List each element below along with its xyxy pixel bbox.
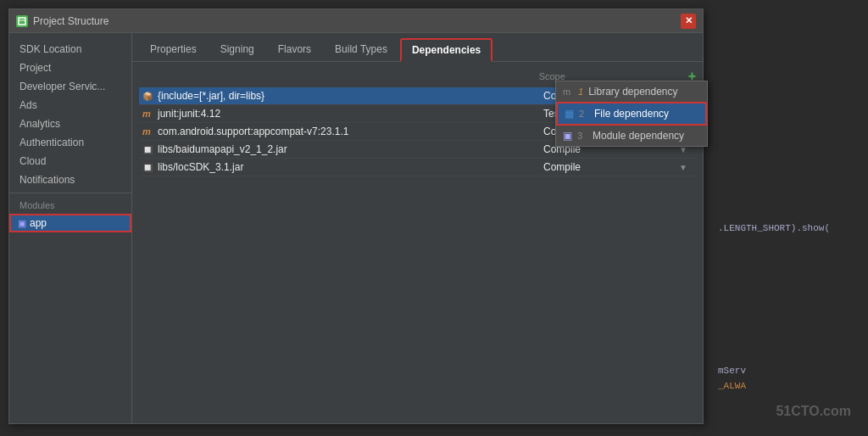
code-editor-background: .LENGTH_SHORT).show( mServ _ALWA — [711, 8, 868, 424]
tab-build-types[interactable]: Build Types — [324, 38, 398, 61]
sidebar-item-sdk-location[interactable]: SDK Location — [9, 40, 131, 59]
item-num: 3 — [577, 131, 587, 141]
sidebar: SDK Location Project Developer Servic...… — [9, 33, 132, 423]
code-line: _ALWA — [711, 378, 868, 394]
item-num: m — [563, 87, 573, 97]
tab-properties[interactable]: Properties — [139, 38, 208, 61]
code-line — [711, 266, 868, 282]
modules-label: Modules — [9, 197, 131, 214]
code-line — [711, 236, 868, 251]
jar-icon: 📦 — [142, 92, 154, 101]
title-bar-left: Project Structure — [16, 15, 108, 27]
code-line — [711, 282, 868, 297]
svg-rect-0 — [19, 18, 25, 25]
app-icon — [16, 15, 28, 27]
sidebar-item-cloud[interactable]: Cloud — [9, 152, 131, 170]
dep-name: junit:junit:4.12 — [158, 108, 543, 120]
add-dependency-dropdown: m 1 Library dependency ▦ 2 File dependen… — [555, 81, 708, 147]
dep-scope: Compile — [543, 161, 679, 173]
dep-name: libs/locSDK_3.1.jar — [158, 161, 543, 173]
code-line: mServ — [711, 363, 868, 378]
sidebar-item-ads[interactable]: Ads — [9, 96, 131, 115]
code-line — [711, 251, 868, 266]
dependency-row-5[interactable]: 🔲 libs/locSDK_3.1.jar Compile ▼ — [139, 159, 696, 176]
project-structure-dialog: Project Structure ✕ SDK Location Project… — [8, 8, 704, 424]
tabs: Properties Signing Flavors Build Types D… — [132, 33, 703, 62]
sidebar-item-app[interactable]: ▣ app — [9, 214, 131, 232]
scope-dropdown-btn[interactable]: ▼ — [679, 163, 693, 172]
app-label: app — [30, 217, 47, 229]
dep-name: com.android.support:appcompat-v7:23.1.1 — [158, 126, 543, 137]
module-icon: ▣ — [563, 130, 572, 142]
dropdown-file-dependency[interactable]: ▦ 2 File dependency — [556, 102, 707, 126]
tab-signing[interactable]: Signing — [209, 38, 265, 61]
sidebar-item-authentication[interactable]: Authentication — [9, 133, 131, 152]
sidebar-item-analytics[interactable]: Analytics — [9, 115, 131, 133]
folder-icon: ▣ — [18, 218, 26, 229]
code-line — [711, 297, 868, 312]
sidebar-item-notifications[interactable]: Notifications — [9, 170, 131, 189]
jar-icon: 🔲 — [142, 145, 154, 154]
file-dep-icon: ▦ — [565, 108, 574, 120]
dropdown-library-dependency[interactable]: m 1 Library dependency — [556, 81, 707, 102]
m-icon: m — [142, 109, 154, 119]
tab-flavors[interactable]: Flavors — [267, 38, 322, 61]
dropdown-module-dependency[interactable]: ▣ 3 Module dependency — [556, 126, 707, 146]
close-button[interactable]: ✕ — [681, 14, 696, 29]
sidebar-item-project[interactable]: Project — [9, 59, 131, 77]
tab-dependencies[interactable]: Dependencies — [400, 38, 492, 62]
title-bar: Project Structure ✕ — [9, 9, 703, 33]
module-dep-label: Module dependency — [593, 130, 684, 142]
dep-name: {include=[*.jar], dir=libs} — [158, 90, 543, 102]
dep-name: libs/baidumapapi_v2_1_2.jar — [158, 143, 543, 155]
sidebar-item-developer-services[interactable]: Developer Servic... — [9, 77, 131, 96]
library-icon: 1 — [578, 87, 583, 97]
m-icon: m — [142, 126, 154, 137]
library-dep-label: Library dependency — [588, 86, 677, 98]
window-title: Project Structure — [33, 15, 108, 27]
file-dep-label: File dependency — [594, 108, 669, 120]
watermark: 51CTO.com — [776, 404, 851, 419]
code-line: .LENGTH_SHORT).show( — [711, 221, 868, 236]
jar-icon: 🔲 — [142, 163, 154, 172]
item-num: 2 — [579, 109, 589, 119]
sidebar-separator — [9, 193, 131, 193]
